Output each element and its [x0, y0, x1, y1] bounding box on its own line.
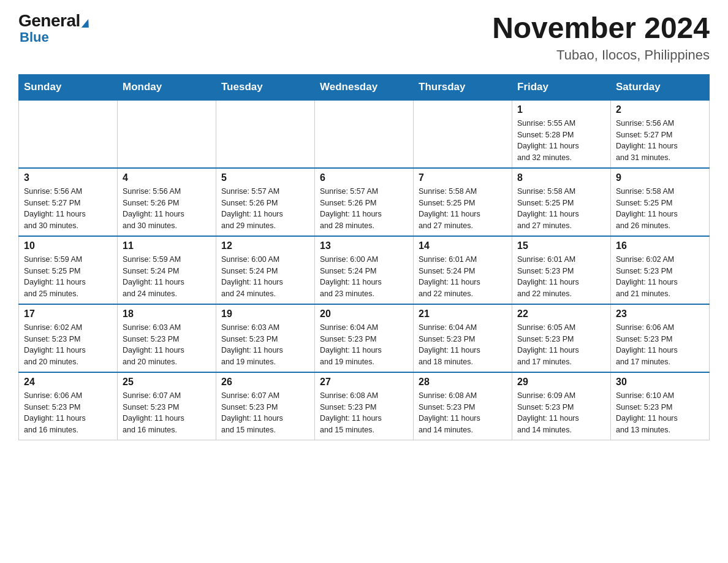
day-number: 2 — [616, 104, 704, 115]
day-cell — [19, 100, 118, 168]
day-info: Sunrise: 5:56 AM Sunset: 5:27 PM Dayligh… — [616, 118, 704, 164]
day-info: Sunrise: 6:07 AM Sunset: 5:23 PM Dayligh… — [221, 390, 309, 436]
day-info: Sunrise: 6:02 AM Sunset: 5:23 PM Dayligh… — [24, 322, 112, 368]
col-header-monday: Monday — [118, 74, 216, 100]
day-cell: 25Sunrise: 6:07 AM Sunset: 5:23 PM Dayli… — [118, 372, 216, 440]
day-number: 22 — [517, 308, 605, 320]
day-cell: 7Sunrise: 5:58 AM Sunset: 5:25 PM Daylig… — [414, 168, 512, 236]
day-info: Sunrise: 5:58 AM Sunset: 5:25 PM Dayligh… — [419, 186, 507, 232]
day-number: 1 — [517, 104, 605, 115]
day-info: Sunrise: 5:58 AM Sunset: 5:25 PM Dayligh… — [517, 186, 605, 232]
day-number: 17 — [24, 308, 112, 320]
day-number: 29 — [517, 377, 605, 388]
day-number: 13 — [320, 240, 408, 251]
calendar-header-row: SundayMondayTuesdayWednesdayThursdayFrid… — [19, 74, 710, 100]
day-info: Sunrise: 6:07 AM Sunset: 5:23 PM Dayligh… — [123, 390, 211, 436]
week-row-3: 10Sunrise: 5:59 AM Sunset: 5:25 PM Dayli… — [19, 236, 710, 304]
day-cell: 23Sunrise: 6:06 AM Sunset: 5:23 PM Dayli… — [611, 304, 710, 372]
day-info: Sunrise: 6:00 AM Sunset: 5:24 PM Dayligh… — [221, 254, 309, 300]
day-number: 30 — [616, 377, 704, 388]
day-cell: 12Sunrise: 6:00 AM Sunset: 5:24 PM Dayli… — [216, 236, 315, 304]
day-cell: 1Sunrise: 5:55 AM Sunset: 5:28 PM Daylig… — [512, 100, 611, 168]
title-block: November 2024 Tubao, Ilocos, Philippines — [492, 12, 710, 63]
day-cell: 13Sunrise: 6:00 AM Sunset: 5:24 PM Dayli… — [315, 236, 414, 304]
day-number: 27 — [320, 377, 408, 388]
day-cell — [315, 100, 414, 168]
col-header-wednesday: Wednesday — [315, 74, 414, 100]
col-header-sunday: Sunday — [19, 74, 118, 100]
day-info: Sunrise: 6:09 AM Sunset: 5:23 PM Dayligh… — [517, 390, 605, 436]
day-number: 25 — [123, 377, 211, 388]
day-cell: 19Sunrise: 6:03 AM Sunset: 5:23 PM Dayli… — [216, 304, 315, 372]
day-info: Sunrise: 6:01 AM Sunset: 5:23 PM Dayligh… — [517, 254, 605, 300]
day-cell: 15Sunrise: 6:01 AM Sunset: 5:23 PM Dayli… — [512, 236, 611, 304]
day-cell: 27Sunrise: 6:08 AM Sunset: 5:23 PM Dayli… — [315, 372, 414, 440]
day-info: Sunrise: 6:01 AM Sunset: 5:24 PM Dayligh… — [419, 254, 507, 300]
day-info: Sunrise: 6:08 AM Sunset: 5:23 PM Dayligh… — [419, 390, 507, 436]
day-cell: 9Sunrise: 5:58 AM Sunset: 5:25 PM Daylig… — [611, 168, 710, 236]
col-header-saturday: Saturday — [611, 74, 710, 100]
day-number: 23 — [616, 308, 704, 320]
day-number: 5 — [221, 172, 309, 183]
day-cell: 21Sunrise: 6:04 AM Sunset: 5:23 PM Dayli… — [414, 304, 512, 372]
day-cell: 6Sunrise: 5:57 AM Sunset: 5:26 PM Daylig… — [315, 168, 414, 236]
logo-general-text: General — [18, 11, 89, 30]
week-row-2: 3Sunrise: 5:56 AM Sunset: 5:27 PM Daylig… — [19, 168, 710, 236]
day-number: 16 — [616, 240, 704, 251]
day-cell: 2Sunrise: 5:56 AM Sunset: 5:27 PM Daylig… — [611, 100, 710, 168]
day-info: Sunrise: 6:06 AM Sunset: 5:23 PM Dayligh… — [616, 322, 704, 368]
day-cell: 11Sunrise: 5:59 AM Sunset: 5:24 PM Dayli… — [118, 236, 216, 304]
day-cell: 28Sunrise: 6:08 AM Sunset: 5:23 PM Dayli… — [414, 372, 512, 440]
logo-blue-text: Blue — [20, 29, 49, 45]
day-number: 6 — [320, 172, 408, 183]
day-number: 15 — [517, 240, 605, 251]
day-cell: 16Sunrise: 6:02 AM Sunset: 5:23 PM Dayli… — [611, 236, 710, 304]
day-info: Sunrise: 5:58 AM Sunset: 5:25 PM Dayligh… — [616, 186, 704, 232]
day-cell — [216, 100, 315, 168]
day-number: 19 — [221, 308, 309, 320]
day-number: 3 — [24, 172, 112, 183]
day-cell: 8Sunrise: 5:58 AM Sunset: 5:25 PM Daylig… — [512, 168, 611, 236]
day-info: Sunrise: 5:59 AM Sunset: 5:24 PM Dayligh… — [123, 254, 211, 300]
day-cell: 14Sunrise: 6:01 AM Sunset: 5:24 PM Dayli… — [414, 236, 512, 304]
day-cell: 20Sunrise: 6:04 AM Sunset: 5:23 PM Dayli… — [315, 304, 414, 372]
day-cell: 26Sunrise: 6:07 AM Sunset: 5:23 PM Dayli… — [216, 372, 315, 440]
day-cell: 3Sunrise: 5:56 AM Sunset: 5:27 PM Daylig… — [19, 168, 118, 236]
day-number: 8 — [517, 172, 605, 183]
day-number: 18 — [123, 308, 211, 320]
day-number: 14 — [419, 240, 507, 251]
day-cell: 24Sunrise: 6:06 AM Sunset: 5:23 PM Dayli… — [19, 372, 118, 440]
day-info: Sunrise: 6:10 AM Sunset: 5:23 PM Dayligh… — [616, 390, 704, 436]
day-info: Sunrise: 6:00 AM Sunset: 5:24 PM Dayligh… — [320, 254, 408, 300]
day-info: Sunrise: 5:57 AM Sunset: 5:26 PM Dayligh… — [221, 186, 309, 232]
day-info: Sunrise: 6:02 AM Sunset: 5:23 PM Dayligh… — [616, 254, 704, 300]
day-number: 11 — [123, 240, 211, 251]
calendar-table: SundayMondayTuesdayWednesdayThursdayFrid… — [18, 74, 710, 440]
day-cell — [118, 100, 216, 168]
week-row-4: 17Sunrise: 6:02 AM Sunset: 5:23 PM Dayli… — [19, 304, 710, 372]
day-info: Sunrise: 6:03 AM Sunset: 5:23 PM Dayligh… — [221, 322, 309, 368]
day-number: 7 — [419, 172, 507, 183]
day-info: Sunrise: 5:57 AM Sunset: 5:26 PM Dayligh… — [320, 186, 408, 232]
month-year-title: November 2024 — [492, 12, 710, 45]
day-info: Sunrise: 5:56 AM Sunset: 5:26 PM Dayligh… — [123, 186, 211, 232]
week-row-1: 1Sunrise: 5:55 AM Sunset: 5:28 PM Daylig… — [19, 100, 710, 168]
day-cell: 30Sunrise: 6:10 AM Sunset: 5:23 PM Dayli… — [611, 372, 710, 440]
day-info: Sunrise: 6:06 AM Sunset: 5:23 PM Dayligh… — [24, 390, 112, 436]
day-number: 4 — [123, 172, 211, 183]
day-cell — [414, 100, 512, 168]
day-cell: 10Sunrise: 5:59 AM Sunset: 5:25 PM Dayli… — [19, 236, 118, 304]
day-cell: 4Sunrise: 5:56 AM Sunset: 5:26 PM Daylig… — [118, 168, 216, 236]
day-cell: 18Sunrise: 6:03 AM Sunset: 5:23 PM Dayli… — [118, 304, 216, 372]
day-number: 28 — [419, 377, 507, 388]
logo: General Blue — [18, 12, 89, 45]
day-number: 20 — [320, 308, 408, 320]
day-number: 12 — [221, 240, 309, 251]
day-number: 26 — [221, 377, 309, 388]
day-info: Sunrise: 5:59 AM Sunset: 5:25 PM Dayligh… — [24, 254, 112, 300]
day-info: Sunrise: 5:56 AM Sunset: 5:27 PM Dayligh… — [24, 186, 112, 232]
day-info: Sunrise: 6:04 AM Sunset: 5:23 PM Dayligh… — [320, 322, 408, 368]
day-info: Sunrise: 6:04 AM Sunset: 5:23 PM Dayligh… — [419, 322, 507, 368]
day-cell: 22Sunrise: 6:05 AM Sunset: 5:23 PM Dayli… — [512, 304, 611, 372]
page-header: General Blue November 2024 Tubao, Ilocos… — [18, 12, 710, 63]
